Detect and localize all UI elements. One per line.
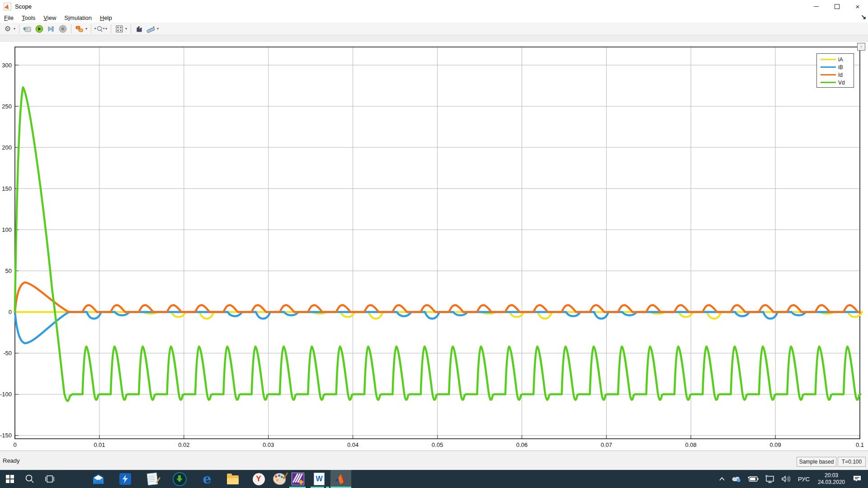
- taskbar-yandex-browser[interactable]: Y: [249, 470, 269, 488]
- measurements-dropdown-caret[interactable]: ▾: [157, 27, 159, 31]
- y-tick-label: 150: [2, 185, 12, 192]
- fit-dropdown-caret[interactable]: ▾: [125, 27, 127, 31]
- djvu-reader-icon: [292, 473, 304, 485]
- scope-app-icon: [4, 3, 11, 10]
- toolbar-separator: [91, 24, 91, 33]
- legend-label-iB: iB: [838, 64, 843, 70]
- taskbar-djvu-reader[interactable]: [288, 470, 308, 488]
- iA-line-swatch: [821, 59, 836, 60]
- clock-date: 24.03.2020: [818, 479, 845, 486]
- bolt-app-icon: [119, 473, 131, 485]
- menu-help[interactable]: Help: [96, 14, 116, 22]
- legend-item-Id: Id: [817, 71, 854, 79]
- file-explorer-icon: [227, 475, 239, 484]
- legend-item-iB: iB: [817, 63, 854, 71]
- tray-volume[interactable]: [781, 475, 791, 483]
- matlab-icon: [335, 473, 347, 485]
- view-in-model-icon: [23, 25, 32, 33]
- start-button[interactable]: [0, 470, 20, 488]
- taskbar-downloader[interactable]: [170, 470, 189, 488]
- x-tick-label: 0.01: [94, 441, 105, 448]
- measurements-button[interactable]: [146, 23, 156, 34]
- system-tray: РУС 20:03 24.03.2020: [716, 470, 868, 488]
- legend-label-iA: iA: [838, 56, 843, 63]
- taskbar-paint[interactable]: [269, 470, 289, 488]
- legend[interactable]: iA iB Id Vd: [816, 53, 854, 88]
- fit-to-view-button[interactable]: [114, 23, 125, 34]
- tray-network[interactable]: [765, 475, 775, 483]
- scope-plot-area: 00.010.020.030.040.050.060.070.080.090.1…: [0, 42, 868, 450]
- close-button[interactable]: ×: [847, 0, 868, 13]
- search-button[interactable]: [20, 470, 40, 488]
- search-icon: [24, 474, 35, 484]
- simulation-time-indicator: T=0.100: [838, 457, 866, 467]
- stop-button[interactable]: [57, 23, 68, 34]
- tray-onedrive[interactable]: [731, 475, 741, 483]
- trigger-button[interactable]: [134, 23, 145, 34]
- settings-gear-button[interactable]: ⚙: [2, 23, 13, 34]
- taskbar-word[interactable]: W: [309, 470, 329, 488]
- ruler-icon: [146, 25, 156, 33]
- taskbar-bolt-app[interactable]: [115, 470, 135, 488]
- toolbar: ⚙ ▾ ▾: [0, 23, 868, 35]
- palette-icon: [273, 473, 286, 485]
- x-tick-label: 0.07: [601, 441, 612, 448]
- maximize-axes-button[interactable]: ↑: [857, 43, 865, 51]
- menu-simulation[interactable]: Simulation: [60, 14, 96, 22]
- action-center-icon: [853, 475, 862, 483]
- y-tick-label: -100: [0, 391, 12, 398]
- taskbar-matlab[interactable]: [331, 470, 351, 488]
- legend-label-Vd: Vd: [838, 80, 845, 86]
- task-view-button[interactable]: [40, 470, 60, 488]
- cloud-icon: [731, 475, 741, 483]
- taskbar-edge[interactable]: e: [197, 470, 217, 488]
- x-tick-label: 0.02: [178, 441, 189, 448]
- tray-battery[interactable]: [748, 476, 759, 482]
- x-tick-label: 0.04: [347, 441, 359, 448]
- zoom-x-button[interactable]: [94, 23, 105, 34]
- menu-bar: File Tools View Simulation Help ↘: [0, 13, 868, 23]
- action-center-button[interactable]: [853, 475, 862, 483]
- x-tick-label: 0.09: [769, 441, 781, 448]
- y-tick-label: 200: [2, 144, 12, 151]
- maximize-button[interactable]: [826, 0, 847, 13]
- windows-logo-icon: [6, 475, 14, 483]
- toolbar-separator: [131, 24, 131, 33]
- view-in-model-button[interactable]: [22, 23, 33, 34]
- gear-icon: ⚙: [5, 25, 11, 33]
- y-tick-label: 100: [2, 226, 12, 233]
- zoom-icon: [94, 25, 105, 33]
- x-tick-label: 0.03: [263, 441, 274, 448]
- tray-expand-button[interactable]: [719, 477, 725, 481]
- signals-icon: [75, 25, 84, 33]
- legend-label-Id: Id: [838, 72, 843, 78]
- maximize-icon: [835, 4, 840, 9]
- status-bar: Ready Sample based T=0.100: [0, 450, 868, 470]
- gear-dropdown-caret[interactable]: ▾: [14, 27, 15, 31]
- close-icon: ×: [856, 3, 860, 10]
- zoom-dropdown-caret[interactable]: ▾: [105, 27, 107, 31]
- taskbar-notepad[interactable]: [142, 470, 162, 488]
- x-tick-label: 0: [13, 441, 16, 448]
- menu-view[interactable]: View: [39, 14, 60, 22]
- axes[interactable]: 00.010.020.030.040.050.060.070.080.090.1…: [15, 47, 860, 439]
- language-indicator[interactable]: РУС: [798, 476, 810, 483]
- dock-arrow-icon[interactable]: ↘: [861, 13, 866, 20]
- word-icon: W: [314, 473, 325, 485]
- clock-time: 20:03: [825, 472, 838, 479]
- menu-file[interactable]: File: [0, 14, 18, 22]
- signals-dropdown-caret[interactable]: ▾: [85, 27, 87, 31]
- menu-tools[interactable]: Tools: [18, 14, 39, 22]
- minimize-button[interactable]: [806, 0, 826, 13]
- Id-line-swatch: [821, 74, 836, 75]
- taskbar-mail[interactable]: [88, 470, 108, 488]
- x-tick-label: 0.08: [685, 441, 697, 448]
- y-tick-label: -50: [3, 350, 12, 357]
- toolbar-separator: [19, 24, 19, 33]
- run-button[interactable]: [34, 23, 45, 34]
- step-forward-button[interactable]: [46, 23, 57, 34]
- series-Vd: [15, 87, 860, 401]
- configure-signals-button[interactable]: [74, 23, 85, 34]
- taskbar-file-explorer[interactable]: [223, 470, 243, 488]
- clock[interactable]: 20:03 24.03.2020: [818, 472, 845, 486]
